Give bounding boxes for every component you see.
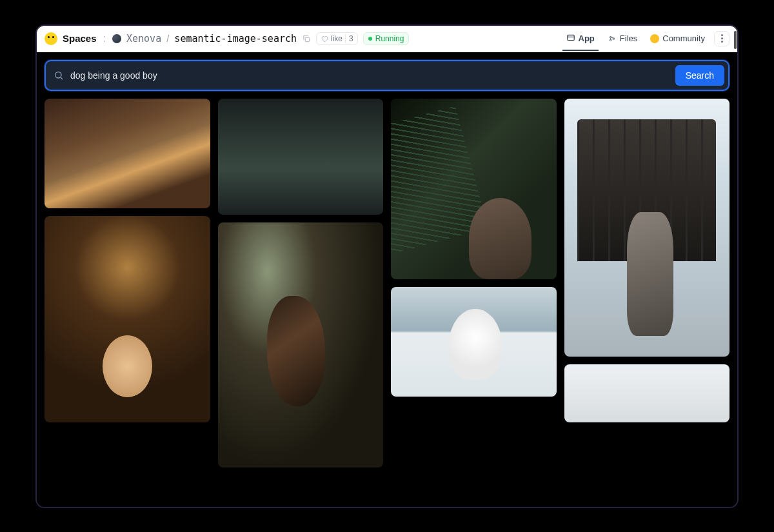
window-scroll-handle[interactable]: [734, 31, 737, 49]
tab-community[interactable]: Community: [646, 27, 709, 50]
svg-point-5: [613, 37, 614, 39]
svg-rect-0: [305, 37, 309, 41]
owner-avatar[interactable]: [112, 34, 121, 43]
search-bar: Search: [45, 60, 729, 91]
search-button[interactable]: Search: [675, 65, 724, 86]
result-image[interactable]: [391, 99, 557, 279]
results-grid: [45, 99, 729, 502]
tab-files-label: Files: [620, 34, 637, 43]
divider: :: [103, 33, 106, 44]
svg-point-4: [610, 39, 611, 41]
tab-community-label: Community: [662, 34, 705, 43]
status-dot-icon: [368, 37, 372, 41]
topbar: Spaces : Xenova / semantic-image-search …: [37, 26, 737, 52]
heart-icon: [321, 35, 328, 43]
community-icon: [650, 34, 659, 43]
search-input[interactable]: [70, 70, 669, 81]
result-image[interactable]: [45, 216, 210, 422]
like-button[interactable]: like 3: [316, 32, 358, 45]
result-image[interactable]: [218, 99, 384, 215]
result-image[interactable]: [45, 99, 210, 208]
spaces-label[interactable]: Spaces: [63, 33, 97, 44]
like-label: like: [331, 34, 342, 43]
more-menu-button[interactable]: [714, 31, 729, 46]
app-body: Search: [37, 52, 737, 507]
app-window: Spaces : Xenova / semantic-image-search …: [35, 25, 739, 508]
tab-app-label: App: [579, 34, 595, 43]
status-label: Running: [375, 34, 404, 43]
svg-point-6: [55, 72, 61, 77]
result-image[interactable]: [564, 364, 730, 422]
svg-line-7: [61, 77, 63, 79]
app-icon: [566, 34, 575, 43]
result-image[interactable]: [218, 222, 384, 468]
repo-link[interactable]: semantic-image-search: [174, 33, 297, 44]
svg-point-3: [610, 36, 611, 37]
path-slash: /: [166, 33, 169, 44]
tab-files[interactable]: Files: [604, 27, 641, 50]
result-image[interactable]: [391, 287, 557, 397]
status-pill[interactable]: Running: [363, 32, 410, 45]
svg-rect-1: [567, 35, 574, 40]
like-count: 3: [345, 34, 353, 43]
owner-link[interactable]: Xenova: [126, 33, 161, 44]
result-image[interactable]: [564, 99, 730, 357]
files-icon: [608, 34, 617, 43]
copy-icon[interactable]: [302, 34, 311, 43]
search-icon: [54, 70, 64, 81]
tab-app[interactable]: App: [562, 27, 599, 51]
huggingface-logo-icon[interactable]: [45, 32, 57, 45]
